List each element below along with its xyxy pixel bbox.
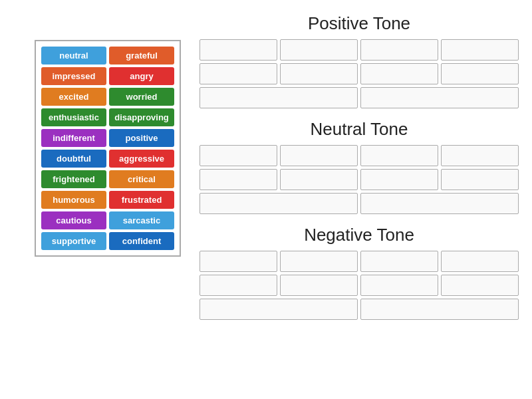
word-chip-sarcastic[interactable]: sarcastic (109, 211, 174, 229)
drop-cell-2-1-3[interactable] (441, 275, 519, 296)
word-chip-disapproving[interactable]: disapproving (109, 108, 174, 126)
word-chip-worried[interactable]: worried (109, 88, 174, 106)
section-title-1: Neutral Tone (200, 119, 519, 140)
word-bank: neutralgratefulimpressedangryexcitedworr… (35, 40, 181, 257)
drop-row-1-1 (200, 169, 519, 190)
drop-cell-2-2-1[interactable] (360, 299, 519, 320)
drop-row-1-0 (200, 145, 519, 166)
drop-cell-2-0-0[interactable] (200, 251, 277, 272)
section-0: Positive Tone (200, 13, 519, 108)
drop-cell-2-1-0[interactable] (200, 275, 277, 296)
word-chip-supportive[interactable]: supportive (41, 232, 106, 250)
drop-cell-0-0-0[interactable] (200, 39, 277, 61)
section-1: Neutral Tone (200, 119, 519, 214)
word-chip-confident[interactable]: confident (109, 232, 174, 250)
word-chip-enthusiastic[interactable]: enthusiastic (41, 108, 106, 126)
word-chip-indifferent[interactable]: indifferent (41, 129, 106, 147)
drop-cell-0-0-1[interactable] (280, 39, 358, 61)
drop-row-0-1 (200, 63, 519, 84)
word-chip-doubtful[interactable]: doubtful (41, 150, 106, 168)
drop-cell-1-1-0[interactable] (200, 169, 277, 190)
section-title-2: Negative Tone (200, 225, 519, 245)
drop-row-0-2 (200, 87, 519, 108)
word-chip-excited[interactable]: excited (41, 88, 106, 106)
drop-cell-0-2-0[interactable] (200, 87, 358, 108)
drop-cell-1-2-1[interactable] (360, 193, 519, 214)
drop-row-2-2 (200, 299, 519, 320)
section-2: Negative Tone (200, 225, 519, 320)
drop-row-0-0 (200, 39, 519, 61)
drop-cell-2-2-0[interactable] (200, 299, 358, 320)
drop-cell-1-0-1[interactable] (280, 145, 358, 166)
drop-cell-1-0-3[interactable] (441, 145, 519, 166)
drop-cell-1-0-2[interactable] (360, 145, 438, 166)
drop-cell-0-1-0[interactable] (200, 63, 277, 84)
word-chip-frustrated[interactable]: frustrated (109, 191, 174, 209)
word-chip-frightened[interactable]: frightened (41, 170, 106, 188)
word-chip-critical[interactable]: critical (109, 170, 174, 188)
drop-cell-0-1-1[interactable] (280, 63, 358, 84)
drop-cell-1-0-0[interactable] (200, 145, 277, 166)
drop-cell-1-1-1[interactable] (280, 169, 358, 190)
drop-row-2-1 (200, 275, 519, 296)
section-title-0: Positive Tone (200, 13, 519, 34)
drop-cell-0-1-2[interactable] (360, 63, 438, 84)
drop-cell-0-2-1[interactable] (360, 87, 519, 108)
drop-cell-2-0-3[interactable] (441, 251, 519, 272)
word-chip-grateful[interactable]: grateful (109, 47, 174, 65)
drop-cell-2-0-1[interactable] (280, 251, 358, 272)
drop-cell-0-1-3[interactable] (441, 63, 519, 84)
word-chip-impressed[interactable]: impressed (41, 67, 106, 85)
drop-cell-1-1-3[interactable] (441, 169, 519, 190)
word-chip-aggressive[interactable]: aggressive (109, 150, 174, 168)
word-chip-angry[interactable]: angry (109, 67, 174, 85)
word-chip-humorous[interactable]: humorous (41, 191, 106, 209)
word-chip-positive[interactable]: positive (109, 129, 174, 147)
drop-cell-2-1-2[interactable] (360, 275, 438, 296)
word-chip-neutral[interactable]: neutral (41, 47, 106, 65)
drop-cell-0-0-3[interactable] (441, 39, 519, 61)
drop-zones-area: Positive ToneNeutral ToneNegative Tone (200, 13, 519, 331)
drop-cell-1-2-0[interactable] (200, 193, 358, 214)
drop-cell-0-0-2[interactable] (360, 39, 438, 61)
drop-cell-1-1-2[interactable] (360, 169, 438, 190)
drop-row-2-0 (200, 251, 519, 272)
drop-cell-2-1-1[interactable] (280, 275, 358, 296)
drop-row-1-2 (200, 193, 519, 214)
drop-cell-2-0-2[interactable] (360, 251, 438, 272)
word-chip-cautious[interactable]: cautious (41, 211, 106, 229)
